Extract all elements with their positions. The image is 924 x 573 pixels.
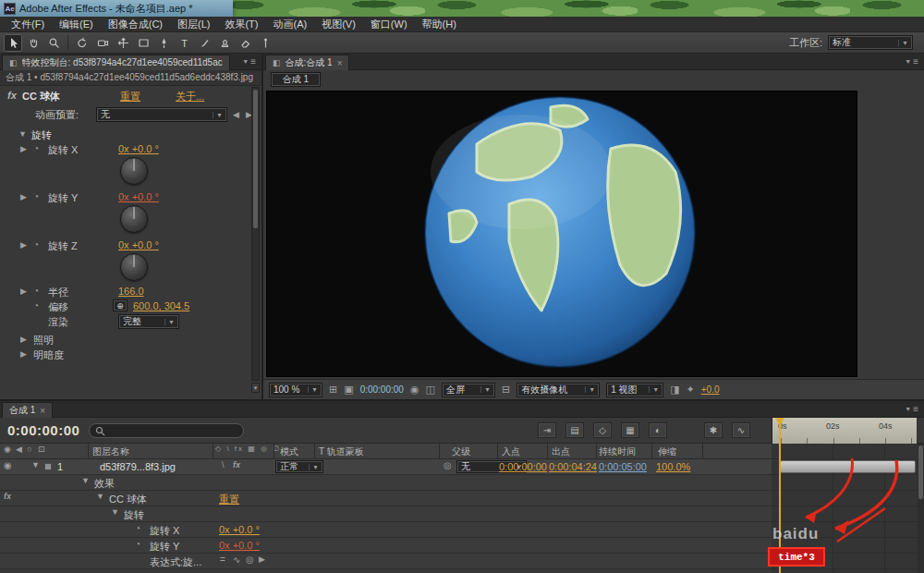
layer-color-swatch[interactable] — [44, 463, 52, 470]
close-icon[interactable]: × — [337, 58, 343, 68]
zoom-tool-icon[interactable] — [44, 34, 63, 52]
offset-crosshair-icon[interactable]: ⊕ — [113, 299, 128, 311]
composition-tab[interactable]: ◧ 合成:合成 1 × — [265, 55, 349, 70]
exposure-value[interactable]: +0.0 — [701, 384, 720, 395]
mode-select[interactable]: 正常▼ — [275, 460, 323, 473]
column-layer-name[interactable]: 图层名称 — [92, 445, 129, 458]
rotation-y-value[interactable]: 0x +0.0 ° — [219, 540, 260, 551]
hand-tool-icon[interactable] — [24, 34, 43, 52]
search-input[interactable] — [89, 423, 244, 438]
motion-blur-icon[interactable]: ◐ — [649, 422, 667, 438]
menu-help[interactable]: 帮助(H) — [415, 18, 464, 31]
expander-icon[interactable]: ▶ — [20, 335, 27, 344]
effect-name[interactable]: CC 球体 — [22, 90, 60, 104]
menu-window[interactable]: 窗口(W) — [363, 18, 415, 31]
stopwatch-icon[interactable]: ◔ — [135, 524, 140, 533]
camera-select[interactable]: 有效摄像机▼ — [517, 383, 600, 397]
quality-switch-icon[interactable]: \ — [222, 461, 225, 469]
layer-duration-value[interactable]: 0:00:05:00 — [599, 461, 647, 472]
expression-graph-icon[interactable]: ∿ — [233, 555, 240, 565]
menu-file[interactable]: 文件(F) — [4, 18, 52, 31]
layer-stretch-value[interactable]: 100.0% — [656, 461, 690, 472]
expander-icon[interactable]: ▶ — [20, 193, 27, 201]
rotation-z-dial[interactable] — [120, 253, 148, 281]
expander-icon[interactable]: ▼ — [111, 508, 119, 517]
layer-in-value[interactable]: 0:00:00:00 — [499, 461, 547, 472]
effects-group-row[interactable]: ▼ 效果 — [0, 475, 772, 491]
radius-value[interactable]: 166.0 — [118, 286, 144, 297]
rotation-x-dial[interactable] — [120, 157, 148, 185]
menu-view[interactable]: 视图(V) — [314, 18, 363, 31]
comp-timecode[interactable]: 0:00:00:00 — [360, 384, 404, 395]
hide-shy-layers-icon[interactable]: ◇ — [593, 422, 612, 438]
exposure-icon[interactable]: ✦ — [687, 384, 695, 395]
rotation-z-value[interactable]: 0x +0.0 ° — [118, 239, 159, 250]
brush-tool-icon[interactable] — [195, 34, 213, 52]
expression-language-icon[interactable]: ▶ — [259, 555, 265, 564]
stopwatch-icon[interactable]: ◔ — [33, 286, 39, 296]
composition-mini-flowchart-icon[interactable]: ⇥ — [538, 422, 556, 438]
composition-viewport[interactable] — [266, 91, 857, 377]
column-trkmat[interactable]: T 轨道蒙板 — [319, 445, 364, 458]
pen-tool-icon[interactable] — [154, 34, 173, 52]
expander-icon[interactable]: ▼ — [18, 130, 27, 139]
reset-button[interactable]: 重置 — [120, 90, 140, 104]
expander-icon[interactable]: ▼ — [31, 461, 40, 469]
mask-shape-tool-icon[interactable] — [134, 34, 152, 52]
rotation-tool-icon[interactable] — [73, 34, 91, 52]
expander-icon[interactable]: ▶ — [20, 287, 27, 296]
workspace-select[interactable]: 标准 ▼ — [828, 35, 913, 50]
menu-effect[interactable]: 效果(T) — [217, 18, 265, 31]
panel-menu-button[interactable]: ▼ ≡ — [905, 56, 918, 67]
about-button[interactable]: 关于... — [176, 90, 204, 104]
magnification-select[interactable]: 100 %▼ — [269, 383, 322, 397]
cc-sphere-row[interactable]: fx ▼ CC 球体 重置 — [0, 491, 772, 506]
column-mode[interactable]: 模式 — [280, 445, 298, 458]
stopwatch-icon[interactable]: ◔ — [135, 540, 140, 549]
rotation-group-row[interactable]: ▼ 旋转 — [0, 506, 772, 522]
view-layout-select[interactable]: 1 视图▼ — [606, 383, 663, 397]
panel-menu-button[interactable]: ▼ ≡ — [242, 56, 256, 67]
column-in[interactable]: 入点 — [502, 445, 520, 458]
expander-icon[interactable]: ▼ — [96, 493, 104, 501]
rotation-y-value[interactable]: 0x +0.0 ° — [118, 191, 159, 202]
expander-icon[interactable]: ▶ — [20, 241, 27, 250]
eraser-tool-icon[interactable] — [236, 34, 254, 52]
effect-controls-tab[interactable]: ◧ 特效控制台: d53f8794a4c27d1ee4059ced11d5ac — [2, 55, 230, 70]
preset-prev-icon[interactable]: ◀ — [233, 111, 239, 119]
preset-select[interactable]: 无▼ — [96, 107, 227, 122]
column-stretch[interactable]: 伸缩 — [658, 445, 676, 458]
timeline-tab[interactable]: 合成 1 × — [2, 402, 53, 418]
panel-menu-button[interactable]: ▼ ≡ — [905, 404, 918, 414]
rotation-x-row[interactable]: ◔ 旋转 X 0x +0.0 ° — [0, 522, 772, 538]
transparency-grid-icon[interactable]: ⊟ — [502, 384, 510, 395]
menu-composition[interactable]: 图像合成(C) — [101, 18, 170, 31]
stopwatch-icon[interactable]: ◔ — [33, 192, 39, 201]
expression-enable-icon[interactable]: = — [220, 555, 225, 565]
rotation-x-value[interactable]: 0x +0.0 ° — [219, 524, 260, 535]
layer-duration-bar[interactable] — [780, 460, 916, 473]
expander-icon[interactable]: ▶ — [20, 145, 27, 153]
column-parent[interactable]: 父级 — [452, 445, 470, 458]
expression-pick-whip-icon[interactable]: ◎ — [246, 555, 254, 565]
puppet-pin-tool-icon[interactable] — [256, 34, 274, 52]
timeline-scrollbar[interactable] — [918, 444, 924, 573]
expression-value-annotation[interactable]: time*3 — [768, 547, 825, 567]
parent-pick-whip-icon[interactable]: ◎ — [444, 461, 452, 470]
frame-blend-icon[interactable]: ▦ — [621, 422, 639, 438]
layer-out-value[interactable]: 0:00:04:24 — [549, 461, 597, 472]
pan-behind-tool-icon[interactable] — [114, 34, 132, 52]
menu-animation[interactable]: 动画(A) — [266, 18, 315, 31]
region-of-interest-icon[interactable]: ▣ — [344, 384, 353, 395]
menu-layer[interactable]: 图层(L) — [170, 18, 217, 31]
graph-editor-icon[interactable]: ∿ — [732, 422, 750, 438]
snapshot-icon[interactable]: ◉ — [410, 384, 419, 395]
expander-icon[interactable]: ▼ — [81, 477, 90, 485]
expander-icon[interactable]: ▶ — [20, 350, 27, 359]
rotation-y-row[interactable]: ◔ 旋转 Y 0x +0.0 ° — [0, 538, 772, 554]
resolution-select[interactable]: 全屏▼ — [442, 383, 495, 397]
stopwatch-icon[interactable]: ◔ — [33, 301, 39, 311]
reset-link[interactable]: 重置 — [219, 493, 239, 506]
rotation-x-value[interactable]: 0x +0.0 ° — [118, 143, 159, 154]
rotation-y-dial[interactable] — [120, 205, 148, 233]
